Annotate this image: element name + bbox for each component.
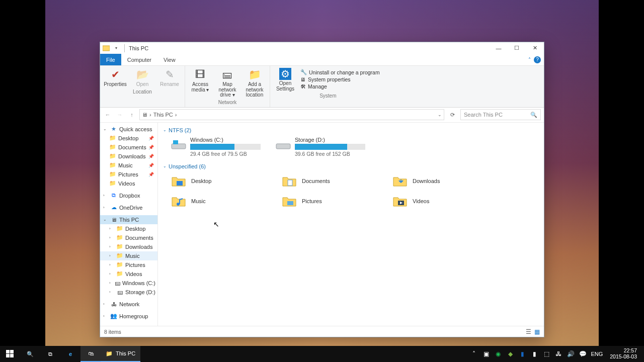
task-view-button[interactable]: ⧉ bbox=[40, 346, 60, 362]
content-pane[interactable]: ⌄NTFS (2) Windows (C:) 29.4 GB free of 7… bbox=[158, 123, 544, 326]
tab-file[interactable]: File bbox=[100, 54, 121, 65]
chevron-down-icon: ⌄ bbox=[163, 128, 167, 132]
folder-desktop[interactable]: Desktop bbox=[171, 174, 272, 188]
search-box[interactable]: Search This PC 🔍 bbox=[460, 109, 541, 120]
tab-view[interactable]: View bbox=[157, 54, 182, 65]
folder-music[interactable]: Music bbox=[171, 194, 272, 208]
details-view-button[interactable]: ☰ bbox=[526, 328, 531, 335]
address-bar[interactable]: 🖥 › This PC › ⌄ bbox=[139, 109, 444, 120]
tree-pc-desktop[interactable]: ›📁Desktop bbox=[100, 224, 157, 233]
volume-tray-icon[interactable]: 🔊 bbox=[567, 350, 575, 358]
svg-rect-2 bbox=[173, 140, 178, 144]
tree-onedrive[interactable]: ›☁OneDrive bbox=[100, 203, 157, 212]
tree-qa-music[interactable]: 📁Music📌 bbox=[100, 161, 157, 170]
tree-pc-windows-c[interactable]: ›🖴Windows (C:) bbox=[100, 279, 157, 288]
desktop-folder-icon bbox=[171, 174, 186, 188]
tree-quick-access[interactable]: ⌄★Quick access bbox=[100, 125, 157, 134]
tree-pc-storage-d[interactable]: ›🖴Storage (D:) bbox=[100, 288, 157, 297]
action-center-icon[interactable]: 💬 bbox=[579, 350, 587, 358]
drive-windows-c[interactable]: Windows (C:) 29.4 GB free of 79.5 GB bbox=[171, 137, 267, 157]
edge-button[interactable]: e bbox=[60, 346, 80, 362]
group-header-ntfs[interactable]: ⌄NTFS (2) bbox=[163, 126, 539, 135]
tree-qa-desktop[interactable]: 📁Desktop📌 bbox=[100, 134, 157, 143]
access-media-button[interactable]: 🎞 Access media ▾ bbox=[188, 68, 212, 98]
tiles-view-button[interactable]: ▦ bbox=[534, 328, 540, 335]
store-button[interactable]: 🛍 bbox=[80, 346, 101, 362]
navigation-pane[interactable]: ⌄★Quick access 📁Desktop📌 📁Documents📌 📁Do… bbox=[100, 123, 158, 326]
tree-homegroup[interactable]: ›👥Homegroup bbox=[100, 312, 157, 321]
titlebar[interactable]: ▾ This PC — ☐ ✕ bbox=[100, 42, 544, 54]
system-tray[interactable]: ˄ ▣ ◉ ◆ ▮ ▮ ⬚ 🖧 🔊 💬 ENG 22:57 2015-08-03 bbox=[470, 348, 644, 359]
folder-videos[interactable]: Videos bbox=[392, 194, 493, 208]
manage-link[interactable]: 🛠Manage bbox=[300, 83, 380, 89]
map-drive-button[interactable]: 🖴 Map network drive ▾ bbox=[215, 68, 239, 98]
taskbar-clock[interactable]: 22:57 2015-08-03 bbox=[607, 348, 640, 359]
close-button[interactable]: ✕ bbox=[526, 42, 544, 54]
tree-qa-videos[interactable]: 📁Videos bbox=[100, 179, 157, 188]
tree-dropbox[interactable]: ›⧉Dropbox bbox=[100, 191, 157, 200]
tab-computer[interactable]: Computer bbox=[121, 54, 157, 65]
status-bar: 8 items ☰ ▦ bbox=[100, 326, 544, 337]
tray-app-icon[interactable]: ▮ bbox=[530, 350, 538, 358]
open-settings-button[interactable]: ⚙ Open Settings bbox=[273, 68, 297, 92]
svg-rect-7 bbox=[287, 201, 293, 205]
pictures-folder-icon bbox=[282, 194, 297, 208]
address-dropdown-icon[interactable]: ⌄ bbox=[438, 112, 442, 117]
tree-network[interactable]: ›🖧Network bbox=[100, 300, 157, 309]
back-button[interactable]: ← bbox=[103, 112, 112, 118]
maximize-button[interactable]: ☐ bbox=[508, 42, 526, 54]
uninstall-link[interactable]: 🔧Uninstall or change a program bbox=[300, 69, 380, 75]
ribbon-group-system: ⚙ Open Settings 🔧Uninstall or change a p… bbox=[270, 66, 386, 107]
refresh-button[interactable]: ⟳ bbox=[447, 112, 457, 118]
forward-button[interactable]: → bbox=[115, 112, 124, 118]
tree-pc-downloads[interactable]: ›📁Downloads bbox=[100, 242, 157, 251]
properties-button[interactable]: ✔ Properties bbox=[103, 68, 127, 87]
ribbon-collapse-icon[interactable]: ˄ bbox=[528, 57, 531, 62]
folder-downloads[interactable]: Downloads bbox=[392, 174, 493, 188]
open-button[interactable]: 📂 Open bbox=[130, 68, 154, 87]
rename-button[interactable]: ✎ Rename bbox=[157, 68, 182, 87]
search-icon: 🔍 bbox=[530, 112, 537, 118]
taskbar-explorer[interactable]: 📁 This PC bbox=[101, 346, 140, 362]
manage-icon: 🛠 bbox=[300, 83, 306, 89]
taskbar[interactable]: 🔍 ⧉ e 🛍 📁 This PC ˄ ▣ ◉ ◆ ▮ ▮ ⬚ 🖧 🔊 💬 EN… bbox=[0, 346, 644, 362]
tree-qa-pictures[interactable]: 📁Pictures📌 bbox=[100, 170, 157, 179]
tray-app-icon[interactable]: ◉ bbox=[494, 350, 502, 358]
drive-storage-d[interactable]: Storage (D:) 39.6 GB free of 152 GB bbox=[276, 137, 371, 157]
folder-pictures[interactable]: Pictures bbox=[282, 194, 382, 208]
breadcrumb-this-pc[interactable]: This PC bbox=[153, 112, 173, 118]
tray-app-icon[interactable]: ◆ bbox=[506, 350, 514, 358]
help-icon[interactable]: ? bbox=[534, 56, 541, 63]
tree-pc-videos[interactable]: ›📁Videos bbox=[100, 269, 157, 279]
tray-app-icon[interactable]: ⬚ bbox=[542, 350, 550, 358]
language-indicator[interactable]: ENG bbox=[591, 351, 603, 357]
network-tray-icon[interactable]: 🖧 bbox=[554, 350, 562, 358]
svg-rect-1 bbox=[172, 144, 186, 149]
tree-qa-documents[interactable]: 📁Documents📌 bbox=[100, 143, 157, 152]
task-view-icon: ⧉ bbox=[48, 351, 52, 357]
tray-app-icon[interactable]: ▣ bbox=[482, 350, 490, 358]
qat-dropdown-icon[interactable]: ▾ bbox=[112, 44, 120, 52]
tree-this-pc[interactable]: ⌄🖥This PC bbox=[100, 215, 157, 224]
search-button[interactable]: 🔍 bbox=[20, 346, 40, 362]
start-button[interactable] bbox=[0, 346, 20, 362]
star-icon: ★ bbox=[110, 126, 117, 133]
tree-pc-music[interactable]: ›📁Music bbox=[100, 251, 157, 260]
crumb-sep: › bbox=[149, 112, 151, 118]
drive-icon: 🖴 bbox=[116, 289, 123, 296]
add-network-location-button[interactable]: 📁 Add a network location bbox=[243, 68, 267, 98]
folder-documents[interactable]: Documents bbox=[282, 174, 382, 188]
address-bar-row: ← → ↑ 🖥 › This PC › ⌄ ⟳ Search This PC 🔍 bbox=[100, 108, 544, 123]
explorer-icon: 📁 bbox=[106, 350, 113, 357]
minimize-button[interactable]: — bbox=[490, 42, 508, 54]
svg-rect-0 bbox=[103, 46, 110, 51]
svg-rect-9 bbox=[6, 350, 10, 353]
group-header-unspecified[interactable]: ⌄Unspecified (6) bbox=[163, 162, 539, 171]
tree-pc-pictures[interactable]: ›📁Pictures bbox=[100, 260, 157, 269]
system-properties-link[interactable]: 🖥System properties bbox=[300, 76, 380, 82]
tree-qa-downloads[interactable]: 📁Downloads📌 bbox=[100, 152, 157, 161]
tree-pc-documents[interactable]: ›📁Documents bbox=[100, 233, 157, 242]
tray-app-icon[interactable]: ▮ bbox=[518, 350, 526, 358]
tray-overflow-icon[interactable]: ˄ bbox=[470, 350, 478, 358]
up-button[interactable]: ↑ bbox=[127, 112, 136, 118]
